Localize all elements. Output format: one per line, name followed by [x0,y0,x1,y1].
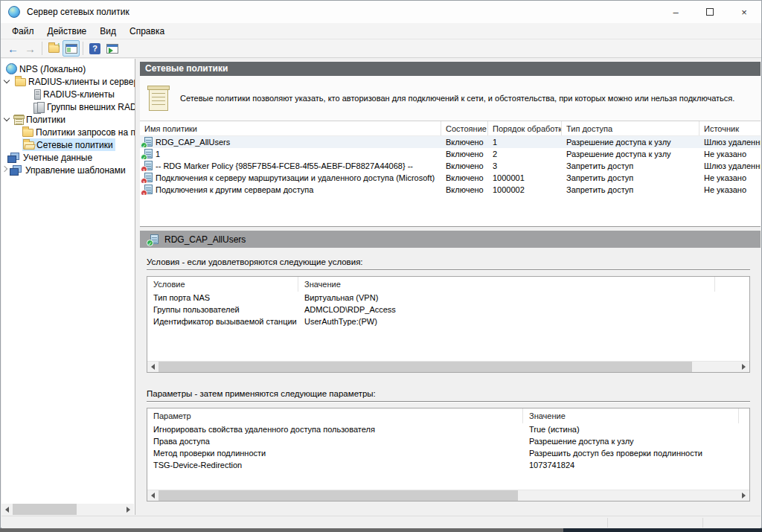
scroll-left-arrow[interactable] [147,362,159,373]
status-bar [1,516,761,529]
policies-list-header: Имя политики Состояние Порядок обработки… [140,121,761,136]
scroll-left-arrow[interactable] [147,490,159,501]
forward-arrow-icon: → [25,43,36,54]
chevron-right-icon[interactable] [1,166,7,172]
results-pane: Сетевые политики Сетевые политики позвол… [140,62,761,515]
tree-item-radius-clients[interactable]: RADIUS-клиенты [1,88,135,100]
policy-scroll-icon [149,86,168,111]
column-header-access-type[interactable]: Тип доступа [562,121,699,135]
conditions-horizontal-scrollbar[interactable] [147,361,749,372]
conditions-table-header: Условие Значение [147,277,749,292]
settings-table-header: Параметр Значение [147,408,749,423]
tree-item-accounting[interactable]: Учетные данные [1,151,135,164]
scroll-left-arrow[interactable] [1,504,13,515]
tree-item-network-policies[interactable]: Сетевые политики [1,138,135,151]
console-tree-icon [65,44,77,54]
tree-horizontal-scrollbar[interactable] [1,504,134,515]
setting-row: Метод проверки подлинности Разрешить дос… [147,447,749,459]
settings-horizontal-scrollbar[interactable] [147,490,749,501]
status-bar-divider [702,518,703,528]
console-tree-pane: NPS (Локально) RADIUS-клиенты и серверы … [1,59,135,515]
open-folder-icon [23,141,34,150]
back-arrow-icon: ← [7,43,19,54]
policy-row[interactable]: × Подключения к серверу маршрутизации и … [140,172,761,184]
column-header-condition: Условие [147,277,298,292]
selected-policy-title: RDG_CAP_AllUsers [164,234,246,245]
policy-denied-icon: × [141,185,153,195]
action-pane-toggle-button[interactable] [103,40,121,57]
chevron-down-icon[interactable] [4,77,10,83]
menu-bar: Файл Действие Вид Справка [1,23,761,39]
help-button[interactable]: ? [86,40,103,57]
tree-item-connection-request-policies[interactable]: Политики запросов на подключение [1,126,135,138]
nps-globe-icon [6,63,17,74]
tree-item-templates-management[interactable]: Управление шаблонами [1,164,135,176]
scroll-right-arrow[interactable] [123,504,134,515]
maximize-button[interactable] [693,1,727,23]
conditions-label: Условия - если удовлетворяются следующие… [147,257,750,266]
server-icon [34,89,41,100]
column-header-parameter: Параметр [147,408,523,423]
results-pane-header: Сетевые политики [140,62,761,76]
settings-label: Параметры - затем применяются следующие … [147,389,750,398]
scrollbar-thumb[interactable] [159,362,692,373]
taskbar-strip [563,528,762,532]
policy-row[interactable]: ✓ 1 Включено 2 Разрешение доступа к узлу… [140,148,761,160]
scroll-icon [14,115,24,125]
condition-row: Тип порта NAS Виртуальная (VPN) [147,292,749,304]
tree-item-nps-root[interactable]: NPS (Локально) [1,63,135,75]
window-controls: – × [659,1,761,23]
description-text: Сетевые политики позволяют указать, кто … [180,94,734,103]
column-header-policy-name[interactable]: Имя политики [140,121,441,135]
column-header-status[interactable]: Состояние [441,121,488,135]
window-title: Сервер сетевых политик [27,7,129,17]
chevron-down-icon[interactable] [4,115,10,121]
policy-row[interactable]: × -- RDG Marker Policy {985F7B54-FCE8-4f… [140,160,761,172]
selected-policy-header: ✓ RDG_CAP_AllUsers [140,231,761,248]
policy-row[interactable]: × Подключения к другим серверам доступа … [140,184,761,196]
status-bar-divider [607,518,608,528]
policy-details-pane: ✓ RDG_CAP_AllUsers Условия - если удовле… [140,231,761,501]
scrollbar-thumb[interactable] [13,504,77,515]
policy-denied-icon: × [141,173,153,183]
toolbar-separator [83,42,83,55]
scrollbar-track[interactable] [159,362,738,373]
setting-row: TSG-Device-Redirection 1073741824 [147,459,749,471]
column-header-processing-order[interactable]: Порядок обработки [488,121,562,135]
computers-icon [7,153,19,163]
section-divider [147,269,750,271]
menu-action[interactable]: Действие [41,25,94,38]
scroll-right-arrow[interactable] [738,490,749,501]
minimize-button[interactable]: – [659,1,693,23]
scroll-right-arrow[interactable] [738,362,749,373]
up-folder-icon: ↑ [48,45,60,53]
content-area: NPS (Локально) RADIUS-клиенты и серверы … [1,59,761,515]
console-tree-toggle-button[interactable] [63,40,80,57]
column-header-value: Значение [523,408,739,423]
forward-button[interactable]: → [22,40,39,57]
back-button[interactable]: ← [4,40,22,57]
tree-item-policies[interactable]: Политики [1,113,135,126]
nps-console-window: Сервер сетевых политик – × Файл Действие… [0,0,762,528]
scrollbar-thumb[interactable] [159,490,518,501]
tree-item-radius-clients-servers[interactable]: RADIUS-клиенты и серверы [1,75,135,88]
scrollbar-track[interactable] [159,490,738,501]
scrollbar-track[interactable] [13,504,123,515]
title-bar: Сервер сетевых политик – × [1,1,761,23]
tree-item-remote-radius-groups[interactable]: Группы внешних RADIUS [1,100,135,113]
console-tree: NPS (Локально) RADIUS-клиенты и серверы … [1,59,135,176]
description-panel: Сетевые политики позволяют указать, кто … [140,76,761,121]
condition-row: Группы пользователей ADMCLOD\RDP_Access [147,304,749,315]
policy-granted-icon: ✓ [141,137,153,147]
taskbar-strip [0,528,563,532]
menu-file[interactable]: Файл [5,25,41,38]
setting-row: Права доступа Разрешение доступа к узлу [147,435,749,447]
menu-help[interactable]: Справка [123,25,171,38]
policy-granted-icon: ✓ [141,149,153,159]
up-folder-button[interactable]: ↑ [45,40,63,57]
policy-row[interactable]: ✓ RDG_CAP_AllUsers Включено 1 Разрешение… [140,136,761,148]
folder-icon [15,78,26,86]
column-header-source[interactable]: Источник [699,121,761,135]
menu-view[interactable]: Вид [93,25,123,38]
close-button[interactable]: × [727,1,761,23]
